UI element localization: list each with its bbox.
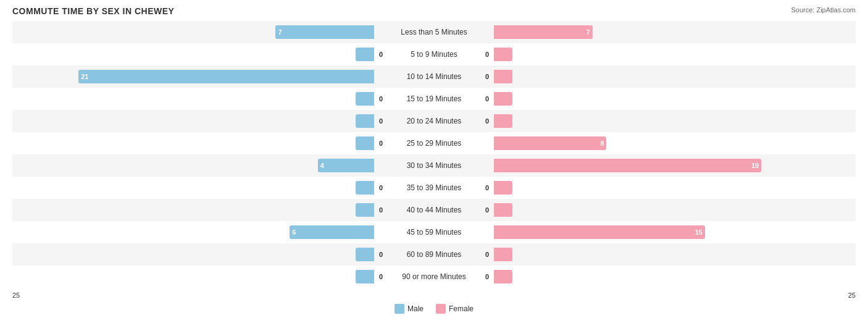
bar-male: 0	[356, 136, 374, 150]
female-bar-wrapper: 19	[493, 154, 856, 177]
chart-row: 645 to 59 Minutes15	[12, 221, 856, 243]
female-bar-wrapper: 0	[493, 177, 856, 199]
male-side: 4	[12, 154, 375, 177]
female-side: 0	[493, 199, 856, 221]
female-bar-wrapper: 8	[493, 132, 856, 154]
female-side: 0	[493, 266, 856, 288]
male-side: 0	[12, 199, 375, 221]
female-side: 0	[493, 243, 856, 266]
chart-row: 040 to 44 Minutes0	[12, 199, 856, 221]
female-side: 15	[493, 221, 856, 243]
bar-male: 21	[78, 70, 374, 83]
male-bar-wrapper: 21	[12, 65, 375, 88]
source-label: Source: ZipAtlas.com	[791, 6, 856, 14]
male-value: 4	[320, 162, 324, 169]
bar-female: 0	[494, 48, 512, 61]
bar-male: 0	[356, 181, 374, 195]
male-side: 0	[12, 243, 375, 266]
female-bar-wrapper: 0	[493, 243, 856, 266]
male-bar-wrapper: 0	[12, 266, 375, 288]
male-side: 0	[12, 88, 375, 110]
female-side: 0	[493, 110, 856, 132]
row-label: Less than 5 Minutes	[375, 28, 493, 36]
female-side: 0	[493, 88, 856, 110]
axis-row: 25 25	[12, 288, 856, 301]
chart-row: 035 to 39 Minutes0	[12, 177, 856, 199]
bar-female: 7	[494, 25, 593, 39]
female-bar-wrapper: 15	[493, 221, 856, 243]
male-bar-wrapper: 6	[12, 221, 375, 243]
row-label: 10 to 14 Minutes	[375, 72, 493, 81]
male-bar-wrapper: 0	[12, 43, 375, 65]
bar-male: 0	[356, 114, 374, 128]
legend-male-label: Male	[407, 304, 424, 313]
bar-male: 0	[356, 248, 374, 261]
male-side: 0	[12, 177, 375, 199]
chart-row: 020 to 24 Minutes0	[12, 110, 856, 132]
bar-male: 0	[356, 92, 374, 106]
chart-row: 060 to 89 Minutes0	[12, 243, 856, 266]
chart-row: 015 to 19 Minutes0	[12, 88, 856, 110]
bar-female: 0	[494, 114, 512, 128]
row-label: 90 or more Minutes	[375, 272, 493, 281]
bar-female: 0	[494, 203, 512, 217]
male-value: 21	[81, 73, 88, 80]
female-bar-wrapper: 0	[493, 199, 856, 221]
male-side: 0	[12, 110, 375, 132]
chart-container: COMMUTE TIME BY SEX IN CHEWEY Source: Zi…	[0, 0, 868, 323]
female-value: 8	[600, 140, 604, 147]
row-label: 5 to 9 Minutes	[375, 50, 493, 59]
axis-right: 25	[848, 292, 856, 299]
bar-male: 0	[356, 48, 374, 61]
male-side: 21	[12, 65, 375, 88]
bar-female: 15	[494, 225, 705, 239]
female-side: 0	[493, 43, 856, 65]
row-label: 35 to 39 Minutes	[375, 183, 493, 192]
male-bar-wrapper: 0	[12, 243, 375, 266]
male-side: 6	[12, 221, 375, 243]
legend-female: Female	[436, 304, 474, 314]
bar-male: 6	[290, 225, 374, 239]
legend: Male Female	[12, 304, 856, 314]
male-value: 7	[278, 28, 282, 36]
bar-female: 0	[494, 270, 512, 283]
female-bar-wrapper: 0	[493, 43, 856, 65]
female-side: 8	[493, 132, 856, 154]
legend-female-label: Female	[449, 304, 474, 313]
bar-female: 8	[494, 136, 606, 150]
female-bar-wrapper: 0	[493, 88, 856, 110]
female-side: 0	[493, 177, 856, 199]
female-value: 7	[586, 28, 590, 36]
row-label: 45 to 59 Minutes	[375, 228, 493, 237]
male-side: 0	[12, 43, 375, 65]
row-label: 20 to 24 Minutes	[375, 117, 493, 125]
chart-row: 7Less than 5 Minutes7	[12, 21, 856, 43]
legend-male-box	[394, 304, 404, 314]
female-side: 7	[493, 21, 856, 43]
chart-row: 2110 to 14 Minutes0	[12, 65, 856, 88]
row-label: 25 to 29 Minutes	[375, 139, 493, 148]
row-label: 40 to 44 Minutes	[375, 206, 493, 214]
male-bar-wrapper: 7	[12, 21, 375, 43]
legend-female-box	[436, 304, 446, 314]
male-side: 7	[12, 21, 375, 43]
chart-title: COMMUTE TIME BY SEX IN CHEWEY	[12, 6, 856, 16]
row-label: 30 to 34 Minutes	[375, 161, 493, 170]
bar-female: 0	[494, 92, 512, 106]
male-bar-wrapper: 0	[12, 110, 375, 132]
female-value: 15	[695, 229, 703, 236]
chart-row: 025 to 29 Minutes8	[12, 132, 856, 154]
female-side: 19	[493, 154, 856, 177]
bar-male: 0	[356, 270, 374, 283]
male-bar-wrapper: 0	[12, 199, 375, 221]
male-value: 6	[292, 229, 296, 236]
bar-female: 0	[494, 181, 512, 195]
axis-left: 25	[12, 292, 20, 299]
chart-row: 430 to 34 Minutes19	[12, 154, 856, 177]
male-bar-wrapper: 0	[12, 88, 375, 110]
male-side: 0	[12, 266, 375, 288]
row-label: 15 to 19 Minutes	[375, 94, 493, 103]
bar-male: 4	[318, 159, 374, 172]
bar-female: 0	[494, 248, 512, 261]
chart-row: 05 to 9 Minutes0	[12, 43, 856, 65]
